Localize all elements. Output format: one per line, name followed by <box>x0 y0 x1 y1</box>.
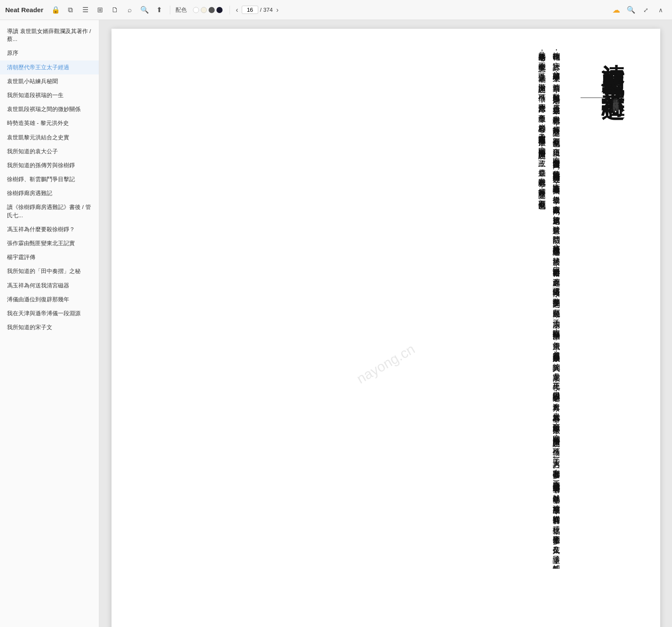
sidebar-item-9[interactable]: 我所知道的孫傳芳與徐樹錚 <box>0 158 99 172</box>
page-input[interactable] <box>242 6 258 14</box>
page-separator: / <box>260 7 262 13</box>
sidebar-item-10[interactable]: 徐樹錚、靳雲鵬鬥爭目擊記 <box>0 172 99 186</box>
sidebar-item-0[interactable]: 導讀 袁世凱女婿薛觀瀾及其著作 / 蔡... <box>0 24 99 46</box>
color-label: 配色 <box>176 6 187 14</box>
sidebar-item-4[interactable]: 我所知道段祺瑞的一生 <box>0 88 99 102</box>
divider <box>581 98 607 98</box>
book-page: nayong.cn 清朝歷代帝王立太子經過 北洋政壇見聞錄 按專制時代，宗社大計… <box>111 29 660 627</box>
sidebar-item-7[interactable]: 袁世凱黎元洪結合之史實 <box>0 131 99 145</box>
sidebar-item-2[interactable]: 清朝歷代帝王立太子經過 <box>0 61 99 74</box>
color-white[interactable] <box>193 7 199 13</box>
lock-icon[interactable]: 🔒 <box>50 4 62 16</box>
collapse-icon[interactable]: ∧ <box>655 4 667 16</box>
main-area: 導讀 袁世凱女婿薛觀瀾及其著作 / 蔡...原序清朝歷代帝王立太子經過袁世凱小站… <box>0 20 672 627</box>
content-area[interactable]: nayong.cn 清朝歷代帝王立太子經過 北洋政壇見聞錄 按專制時代，宗社大計… <box>99 20 672 627</box>
sidebar-item-13[interactable]: 馮玉祥為什麼要殺徐樹錚？ <box>0 222 99 236</box>
expand-icon[interactable]: ⤢ <box>640 4 652 16</box>
sidebar-item-16[interactable]: 我所知道的「田中奏摺」之秘 <box>0 264 99 278</box>
body-text: 按專制時代，宗社大計，莫如建儲（即立太子），清朝典章，對此並無明文規定，是否須立… <box>138 46 572 569</box>
sidebar-item-6[interactable]: 時勢造英雄 - 黎元洪外史 <box>0 116 99 130</box>
search-icon-1[interactable]: ⌕ <box>124 4 136 16</box>
sidebar-item-8[interactable]: 我所知道的袁大公子 <box>0 145 99 158</box>
subtitle: 北洋政壇見聞錄 <box>607 93 625 102</box>
color-dots <box>193 7 223 13</box>
page-icon[interactable]: 🗋 <box>109 4 121 16</box>
search-icon-2[interactable]: 🔍 <box>138 4 151 16</box>
next-page-button[interactable]: › <box>274 5 280 15</box>
right-icons: ☁ 🔍 ⤢ ∧ <box>610 4 667 16</box>
sidebar-item-12[interactable]: 讀《徐樹錚廊房遇難記》書後 / 管氏七... <box>0 200 99 222</box>
sidebar-item-14[interactable]: 張作霖由甄匪變東北王記實 <box>0 236 99 250</box>
copy-icon[interactable]: ⧉ <box>64 4 77 16</box>
page-total: 374 <box>263 7 273 13</box>
sidebar-item-17[interactable]: 馮玉祥為何送我清宮磁器 <box>0 279 99 293</box>
page-navigation: ‹ / 374 › <box>234 5 280 15</box>
color-dark-gray[interactable] <box>209 7 215 13</box>
search-right-icon[interactable]: 🔍 <box>625 4 637 16</box>
separator-2 <box>230 6 230 14</box>
page-title: 清朝歷代帝王立太子經過 <box>572 46 634 84</box>
grid-icon[interactable]: ⊞ <box>94 4 106 16</box>
sidebar-item-3[interactable]: 袁世凱小站練兵秘聞 <box>0 74 99 88</box>
sidebar-item-15[interactable]: 楊宇霆評傳 <box>0 250 99 264</box>
separator-1 <box>170 6 170 14</box>
sidebar-item-19[interactable]: 我在天津與遜帝溥儀一段淵源 <box>0 307 99 320</box>
sidebar: 導讀 袁世凱女婿薛觀瀾及其著作 / 蔡...原序清朝歷代帝王立太子經過袁世凱小站… <box>0 20 99 627</box>
prev-page-button[interactable]: ‹ <box>234 5 240 15</box>
sidebar-item-11[interactable]: 徐樹錚廊房遇難記 <box>0 186 99 200</box>
menu-icon[interactable]: ☰ <box>79 4 91 16</box>
upload-icon[interactable]: ⬆ <box>153 4 165 16</box>
color-dark-blue[interactable] <box>216 7 223 13</box>
sidebar-item-20[interactable]: 我所知道的宋子文 <box>0 320 99 334</box>
sidebar-item-18[interactable]: 溥儀由遜位到復辟那幾年 <box>0 293 99 307</box>
sidebar-item-5[interactable]: 袁世凱段祺瑞之間的微妙關係 <box>0 102 99 116</box>
app-title: Neat Reader <box>5 6 44 13</box>
sidebar-item-1[interactable]: 原序 <box>0 46 99 60</box>
topbar: Neat Reader 🔒 ⧉ ☰ ⊞ 🗋 ⌕ 🔍 ⬆ 配色 ‹ / 374 ›… <box>0 0 672 20</box>
cloud-icon[interactable]: ☁ <box>610 4 622 16</box>
color-cream[interactable] <box>201 7 207 13</box>
